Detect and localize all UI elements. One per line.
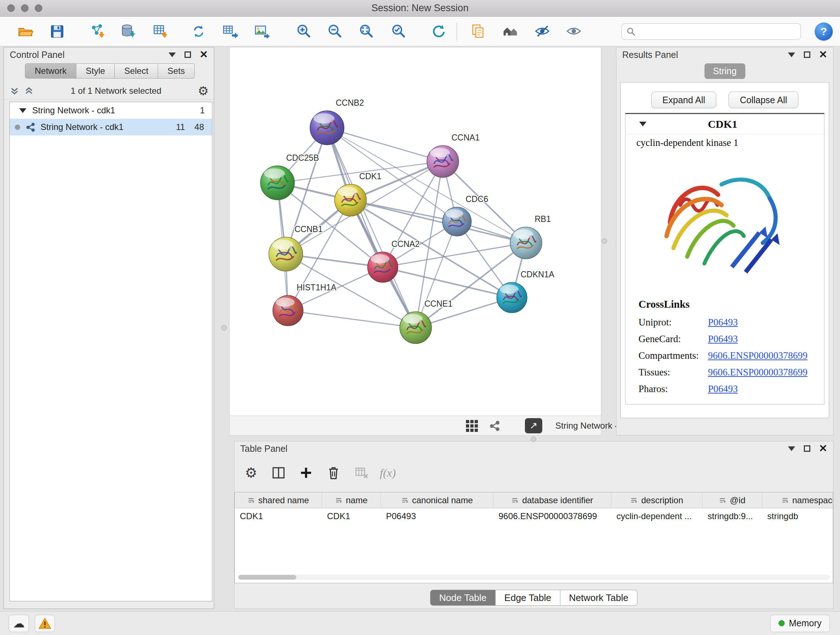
cloud-status-button[interactable]: ☁	[9, 615, 29, 632]
tab-network[interactable]: Network	[25, 63, 76, 79]
horizontal-splitter-handle[interactable]	[531, 437, 536, 442]
column-header-canonical-name[interactable]: canonical name	[381, 492, 493, 508]
column-header-id[interactable]: @id	[703, 492, 762, 508]
show-graphics-details-button[interactable]	[532, 21, 553, 42]
network-node-ccna2[interactable]: CCNA2	[368, 239, 420, 282]
panel-float-icon[interactable]	[169, 52, 176, 57]
expand-all-icon[interactable]	[24, 86, 34, 96]
network-node-cdkn1a[interactable]: CDKN1A	[497, 270, 554, 313]
tab-edge-table[interactable]: Edge Table	[496, 590, 561, 606]
gene-disclosure-icon[interactable]	[639, 122, 646, 126]
network-node-hist1h1a[interactable]: HIST1H1A	[273, 283, 337, 326]
import-network-database-button[interactable]	[118, 21, 139, 42]
cell-shared-name[interactable]: CDK1	[235, 508, 322, 524]
cell-namespace[interactable]: stringdb	[762, 508, 833, 524]
network-node-ccnb2[interactable]: CCNB2	[310, 98, 364, 145]
network-edge[interactable]	[383, 267, 512, 298]
left-splitter-handle[interactable]	[221, 325, 227, 331]
zoom-window-button[interactable]	[35, 4, 42, 12]
collapse-all-icon[interactable]	[9, 86, 20, 96]
hide-graphics-details-button[interactable]	[564, 21, 584, 42]
open-session-button[interactable]	[15, 21, 35, 42]
memory-button[interactable]: Memory	[770, 615, 830, 632]
network-node-rb1[interactable]: RB1	[510, 214, 551, 259]
gear-icon[interactable]: ⚙	[198, 85, 209, 97]
help-button[interactable]: ?	[815, 22, 833, 41]
tab-node-table[interactable]: Node Table	[430, 590, 496, 606]
search-input[interactable]	[638, 27, 796, 36]
network-edge[interactable]	[351, 200, 526, 243]
copy-document-button[interactable]	[468, 21, 488, 42]
save-session-button[interactable]	[47, 21, 67, 42]
cell-database-identifier[interactable]: 9606.ENSP00000378699	[493, 508, 611, 524]
home-networks-button[interactable]	[500, 21, 521, 42]
column-header-name[interactable]: name	[322, 492, 381, 508]
delete-column-button[interactable]	[324, 463, 344, 483]
panel-maximize-icon[interactable]	[804, 51, 810, 58]
expand-all-button[interactable]: Expand All	[651, 92, 716, 108]
crosslink-pharos[interactable]: P06493	[708, 380, 738, 397]
show-columns-button[interactable]	[268, 463, 289, 483]
table-row[interactable]: CDK1 CDK1 P06493 9606.ENSP00000378699 cy…	[235, 508, 833, 524]
gene-section-header[interactable]: CDK1	[625, 114, 824, 134]
crosslink-compartments[interactable]: 9606.ENSP00000378699	[708, 347, 807, 364]
zoom-selected-button[interactable]	[388, 21, 409, 42]
panel-close-icon[interactable]: ✕	[200, 50, 208, 60]
network-canvas[interactable]: CCNB2CCNA1CDC25BCDK1CDC6RB1CCNB1CCNA2CDK…	[229, 47, 601, 435]
horizontal-scrollbar[interactable]	[238, 575, 830, 580]
search-field[interactable]	[622, 23, 801, 40]
network-share-button[interactable]	[489, 420, 500, 432]
column-header-description[interactable]: description	[611, 492, 703, 508]
zoom-fit-button[interactable]	[356, 21, 377, 42]
zoom-in-button[interactable]	[294, 21, 314, 42]
export-image-button[interactable]	[252, 21, 272, 42]
column-header-shared-name[interactable]: shared name	[235, 492, 322, 508]
minimize-window-button[interactable]	[21, 4, 28, 12]
column-header-namespace[interactable]: namespace	[762, 492, 833, 508]
collapse-all-button[interactable]: Collapse All	[729, 92, 798, 108]
panel-close-icon[interactable]: ✕	[819, 443, 827, 454]
network-node-cdc6[interactable]: CDC6	[442, 195, 488, 236]
column-header-database-identifier[interactable]: database identifier	[493, 492, 611, 508]
panel-maximize-icon[interactable]	[185, 51, 191, 58]
birdseye-toggle-button[interactable]	[466, 420, 478, 432]
create-column-button[interactable]	[296, 463, 316, 483]
table-options-button[interactable]: ⚙	[241, 463, 261, 483]
network-node-ccne1[interactable]: CCNE1	[400, 299, 453, 344]
tab-style[interactable]: Style	[76, 63, 115, 79]
cell-description[interactable]: cyclin-dependent ...	[611, 508, 703, 524]
cell-name[interactable]: CDK1	[322, 508, 381, 524]
network-node-ccna1[interactable]: CCNA1	[427, 133, 480, 177]
import-table-button[interactable]	[150, 21, 171, 42]
open-in-new-button[interactable]: ↗	[525, 418, 542, 433]
network-collection-row[interactable]: String Network - cdk1 1	[10, 102, 212, 119]
close-window-button[interactable]	[7, 4, 15, 12]
warnings-button[interactable]	[35, 615, 55, 632]
network-edge[interactable]	[327, 128, 416, 328]
crosslink-genecard[interactable]: P06493	[708, 331, 738, 347]
panel-float-icon[interactable]	[788, 52, 795, 57]
cell-id[interactable]: stringdb:9...	[703, 508, 762, 524]
network-node-cdk1[interactable]: CDK1	[335, 172, 381, 216]
tab-string[interactable]: String	[704, 63, 745, 79]
network-edge[interactable]	[327, 128, 443, 162]
crosslink-tissues[interactable]: 9606.ENSP00000378699	[708, 364, 807, 380]
export-table-button[interactable]	[220, 21, 240, 42]
panel-close-icon[interactable]: ✕	[819, 50, 827, 60]
clone-network-button[interactable]	[188, 21, 209, 42]
tab-sets[interactable]: Sets	[158, 63, 195, 79]
panel-maximize-icon[interactable]	[804, 445, 810, 452]
zoom-out-button[interactable]	[325, 21, 345, 42]
function-builder-button[interactable]: f(x)	[378, 463, 398, 483]
scrollbar-thumb[interactable]	[238, 575, 296, 580]
refresh-button[interactable]	[429, 21, 449, 42]
crosslink-uniprot[interactable]: P06493	[708, 314, 738, 331]
right-splitter-handle[interactable]	[602, 238, 607, 244]
collection-disclosure-icon[interactable]	[19, 108, 27, 113]
network-node-cdc25b[interactable]: CDC25B	[261, 153, 319, 200]
delete-table-button[interactable]	[352, 463, 372, 483]
network-edge[interactable]	[288, 310, 416, 328]
import-network-file-button[interactable]	[88, 21, 108, 42]
network-row-selected[interactable]: String Network - cdk1 11 48	[10, 119, 212, 135]
tab-select[interactable]: Select	[115, 63, 158, 79]
